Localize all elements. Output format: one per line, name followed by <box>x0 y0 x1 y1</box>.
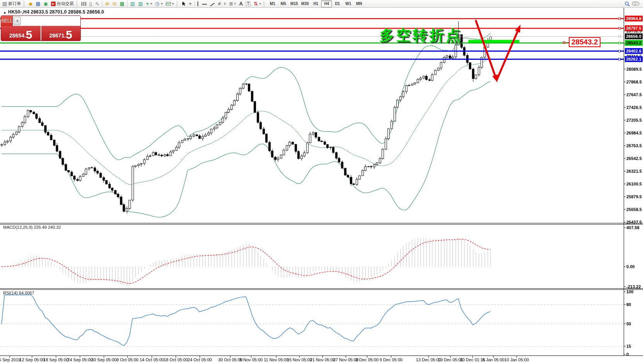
price-axis-tick-label: 26542.5 <box>626 156 642 161</box>
time-axis-label: 13 Dec 05:00 <box>416 357 441 362</box>
time-axis-label: 6 Sep 2019 <box>0 357 20 362</box>
cursor-tool-button[interactable] <box>180 0 187 8</box>
time-axis-label: 5 Nov 05:00 <box>240 357 262 362</box>
new-order-button[interactable]: ▤ 新订单 <box>1 0 22 8</box>
time-axis-label: 15 Nov 05:00 <box>287 357 312 362</box>
indicator-axis-tick-label: 15 <box>626 344 631 349</box>
toolbar-grip <box>177 1 179 7</box>
label-tool-icon: T <box>246 2 250 6</box>
macd-indicator-label: MACD(12,26,9) 226.49 240.32 <box>3 225 61 230</box>
buy-price-frac: 5 <box>66 30 72 39</box>
time-axis-label: 24 Oct 05:00 <box>188 357 212 362</box>
bar-chart-mode-button[interactable] <box>80 0 88 8</box>
indicator-axis-tick-label: 0.00 <box>626 264 634 269</box>
quote-header-text: HK50-,H4 28633.5 28701.0 28586.5 28656.0 <box>8 9 104 15</box>
chart-shift-button[interactable]: ▥ <box>136 0 144 8</box>
timeframe-button-M5[interactable]: M5 <box>278 0 289 7</box>
autotrading-button[interactable]: ▶ 自动交易 <box>49 0 75 8</box>
volume-input[interactable] <box>22 16 81 26</box>
price-chart-canvas[interactable] <box>0 0 643 364</box>
chart-profile-button[interactable]: ▥ <box>129 0 136 8</box>
trendline-tool-button[interactable] <box>208 0 216 8</box>
search-icon[interactable] <box>624 1 630 7</box>
add-indicator-icon: + <box>146 1 149 6</box>
time-axis-label: 21 Nov 05:00 <box>310 357 335 362</box>
add-indicator-button[interactable]: +▾ <box>145 0 154 8</box>
dropdown-arrow-icon: ▾ <box>259 2 261 5</box>
tile-windows-icon: ▦ <box>120 1 124 6</box>
zoom-out-button[interactable]: ⊖ <box>111 0 118 8</box>
timeframe-group: M1M5M15M30H1H4D1W1MN <box>267 0 364 7</box>
price-callout-box: 28543.2 <box>569 37 600 47</box>
fibonacci-icon: ≣ <box>229 1 233 6</box>
indicator-axis-tick-label: 407.58 <box>626 225 640 230</box>
price-axis-tick-label: 25658.5 <box>626 207 642 212</box>
timeframe-button-M1[interactable]: M1 <box>267 0 278 7</box>
sell-button[interactable]: SELL <box>1 16 12 26</box>
price-line-label: 28964.8 <box>625 16 643 22</box>
one-click-trading-panel: SELL ▼ ▲ BUY 28654.5 28671.5 <box>1 15 81 41</box>
time-axis-label: 24 Sep 05:00 <box>67 357 92 362</box>
timeframe-button-W1[interactable]: W1 <box>343 0 354 7</box>
timeframe-button-H4[interactable]: H4 <box>321 0 332 7</box>
data-window-button[interactable]: ▦ <box>34 0 42 8</box>
symbol-quote-header[interactable]: ▲HK50-,H4 28633.5 28701.0 28586.5 28656.… <box>3 9 104 15</box>
signals-icon: ◉ <box>44 1 48 6</box>
sell-price[interactable]: 28654.5 <box>1 26 41 41</box>
crosshair-tool-button[interactable]: ⌖ <box>187 0 193 8</box>
horizontal-line-icon <box>202 4 207 5</box>
price-axis-tick-label: 26100.5 <box>626 182 642 186</box>
toolbar-right-group <box>624 1 642 7</box>
line-chart-icon: ∿ <box>95 1 99 6</box>
clock-icon: ◷ <box>155 1 159 6</box>
time-axis-label: 6 Jan 05:00 <box>482 357 505 362</box>
market-watch-button[interactable]: ◆ <box>27 0 34 8</box>
sell-price-main: 28654 <box>9 33 24 38</box>
main-toolbar: ▤ 新订单 ◆ ▦ ◉ ▶ 自动交易 ▯ ∿ ⊕ ⊖ ▦ ▥ ▥ +▾ ◷▾ ▾… <box>0 0 643 8</box>
line-chart-mode-button[interactable]: ∿ <box>94 0 101 8</box>
template-icon <box>166 2 171 6</box>
channel-tool-button[interactable]: ≢E <box>216 0 228 8</box>
timeframe-button-D1[interactable]: D1 <box>332 0 343 7</box>
text-tool-button[interactable]: A <box>238 0 244 8</box>
timeframe-button-M15[interactable]: M15 <box>289 0 299 7</box>
time-axis-label: 19 Dec 05:00 <box>438 357 463 362</box>
vline-tool-button[interactable] <box>196 0 201 8</box>
volume-decrease-button[interactable]: ▼ <box>14 17 21 25</box>
price-line-label: 28402.6 <box>625 48 643 54</box>
chat-icon[interactable] <box>632 1 639 6</box>
price-axis-tick-label: 27647.5 <box>626 92 642 97</box>
timeframe-button-M30[interactable]: M30 <box>299 0 310 7</box>
autotrading-label: 自动交易 <box>57 1 74 7</box>
label-tool-button[interactable]: T <box>244 0 252 8</box>
timeframe-button-H1[interactable]: H1 <box>310 0 321 7</box>
time-axis-label: 3 Dec 05:00 <box>356 357 378 362</box>
time-axis-label: 11 Nov 05:00 <box>264 357 289 362</box>
price-axis-tick-label: 26984.5 <box>626 131 642 135</box>
chart-shift-icon: ▥ <box>138 1 143 6</box>
template-button[interactable]: ▾ <box>164 0 175 8</box>
dropdown-arrow-icon: ▾ <box>172 2 174 5</box>
price-axis-tick-label: 27868.5 <box>626 80 642 84</box>
vertical-line-icon <box>197 2 199 6</box>
signals-button[interactable]: ◉ <box>42 0 49 8</box>
price-axis-tick-label: 25879.5 <box>626 194 642 199</box>
candlestick-mode-button[interactable]: ▯ <box>88 0 94 8</box>
tile-windows-button[interactable]: ▦ <box>118 0 126 8</box>
period-button[interactable]: ◷▾ <box>153 0 164 8</box>
indicator-axis-tick-label: 50 <box>626 321 631 326</box>
hline-tool-button[interactable] <box>201 0 208 8</box>
arrows-tool-icon: ⇅ <box>253 1 258 6</box>
volume-spinner: ▼ ▲ <box>12 16 81 26</box>
timeframe-button-MN[interactable]: MN <box>354 0 364 7</box>
time-axis-label: 30 Oct 05:00 <box>218 357 243 362</box>
time-axis-label: 30 Dec 01:15 <box>460 357 485 362</box>
toolbar-separator <box>102 1 102 7</box>
fibonacci-tool-button[interactable]: ≣F <box>228 0 238 8</box>
zoom-in-button[interactable]: ⊕ <box>104 0 111 8</box>
time-axis-label: 12 Sep 05:00 <box>19 357 44 362</box>
arrows-tool-button[interactable]: ⇅▾ <box>252 0 262 8</box>
turning-point-annotation: 多空转折点 <box>379 26 463 45</box>
price-line-label: 28262.1 <box>625 56 643 62</box>
buy-price[interactable]: 28671.5 <box>41 26 81 41</box>
